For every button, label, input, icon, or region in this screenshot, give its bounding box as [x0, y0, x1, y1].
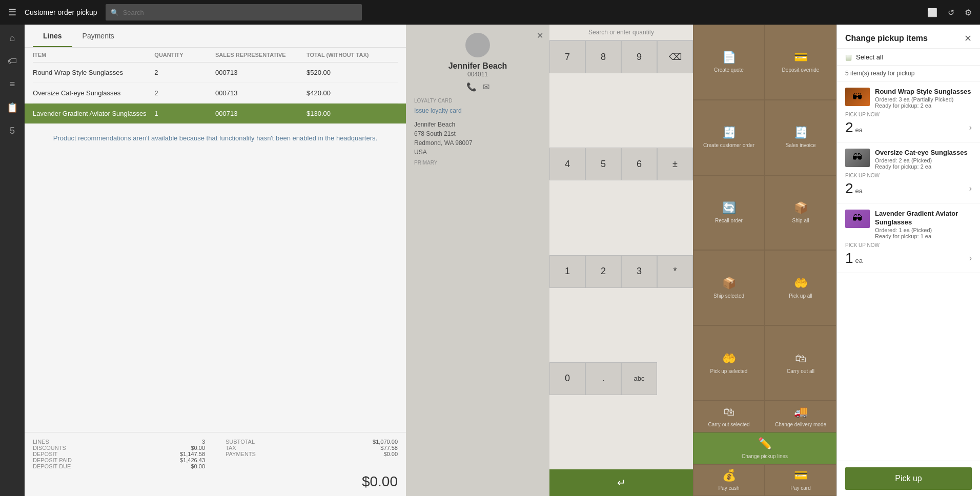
tab-lines[interactable]: Lines: [33, 25, 72, 47]
tile-sales-invoice[interactable]: 🧾 Sales invoice: [765, 100, 836, 175]
right-panel: Change pickup items ✕ ▦ Select all 5 ite…: [836, 25, 980, 496]
numpad-abc[interactable]: abc: [621, 362, 657, 395]
customer-contacts: 📞 ✉: [414, 82, 541, 92]
numpad-multiply[interactable]: *: [657, 255, 693, 288]
item-quantity: 1: [154, 110, 215, 117]
monitor-icon[interactable]: ⬜: [927, 8, 937, 17]
numpad: 7 8 9 ⌫ 4 5 6 ± 1 2 3 * 0 . abc: [549, 40, 693, 469]
numpad-5[interactable]: 5: [585, 148, 621, 180]
left-sidebar: ⌂ 🏷 ≡ 📋 5: [0, 25, 25, 496]
pickup-chevron-3[interactable]: ›: [969, 254, 972, 263]
pickup-chevron-2[interactable]: ›: [969, 184, 972, 193]
tab-payments[interactable]: Payments: [72, 25, 125, 47]
sidebar-item-count[interactable]: 5: [10, 126, 15, 136]
col-total: TOTAL (WITHOUT TAX): [307, 52, 398, 58]
numpad-enter[interactable]: ↵: [549, 469, 693, 496]
pick-up-all-icon: 🤲: [794, 277, 808, 290]
tile-label-pay-cash: Pay cash: [718, 485, 739, 491]
pickup-item[interactable]: 🕶 Lavender Gradient Aviator Sunglasses O…: [837, 203, 980, 273]
top-bar: ☰ Customer order pickup 🔍 ⬜ ↺ ⚙: [0, 0, 980, 25]
search-bar[interactable]: 🔍: [106, 4, 362, 20]
carry-out-selected-icon: 🛍: [723, 405, 734, 419]
tile-pick-up-all[interactable]: 🤲 Pick up all: [765, 250, 836, 325]
tile-change-pickup-lines[interactable]: ✏️ Change pickup lines: [693, 432, 836, 464]
customer-panel: ✕ Jennifer Beach 004011 📞 ✉ LOYALTY CARD…: [406, 25, 549, 496]
numpad-7[interactable]: 7: [549, 40, 585, 73]
sidebar-item-tag[interactable]: 🏷: [8, 56, 17, 67]
tile-ship-all[interactable]: 📦 Ship all: [765, 175, 836, 251]
sidebar-item-orders[interactable]: 📋: [7, 102, 18, 113]
panel-title: Change pickup items: [845, 34, 928, 43]
pay-card-icon: 💳: [794, 469, 808, 482]
numpad-9[interactable]: 9: [621, 40, 657, 73]
tile-carry-out-all[interactable]: 🛍 Carry out all: [765, 325, 836, 401]
pickup-qty-unit: ea: [855, 187, 863, 195]
numpad-2[interactable]: 2: [585, 255, 621, 288]
tile-deposit-override[interactable]: 💳 Deposit override: [765, 25, 836, 100]
tile-carry-out-selected[interactable]: 🛍 Carry out selected: [693, 401, 765, 432]
pick-up-selected-icon: 🤲: [722, 352, 736, 365]
pickup-item[interactable]: 🕶 Round Wrap Style Sunglasses Ordered: 3…: [837, 81, 980, 142]
change-delivery-icon: 🚚: [794, 405, 808, 419]
numpad-decimal[interactable]: .: [585, 362, 621, 395]
tile-change-delivery[interactable]: 🚚 Change delivery mode: [765, 401, 836, 432]
ship-selected-icon: 📦: [722, 277, 736, 290]
phone-icon[interactable]: 📞: [466, 82, 477, 92]
numpad-8[interactable]: 8: [585, 40, 621, 73]
search-icon: 🔍: [111, 9, 119, 16]
table-row[interactable]: Round Wrap Style Sunglasses 2 000713 $52…: [33, 63, 398, 83]
pickup-button[interactable]: Pick up: [845, 467, 972, 490]
tile-ship-selected[interactable]: 📦 Ship selected: [693, 250, 765, 325]
select-all-label[interactable]: Select all: [856, 53, 883, 61]
item-info: Lavender Gradient Aviator Sunglasses Ord…: [875, 210, 972, 239]
numpad-4[interactable]: 4: [549, 148, 585, 180]
close-customer-panel[interactable]: ✕: [537, 31, 543, 40]
tile-recall-order[interactable]: 🔄 Recall order: [693, 175, 765, 251]
item-name: Lavender Gradient Aviator Sunglasses: [33, 110, 154, 117]
customer-address-line3: Redmond, WA 98007: [414, 139, 541, 147]
numpad-3[interactable]: 3: [621, 255, 657, 288]
refresh-icon[interactable]: ↺: [948, 8, 954, 17]
sidebar-item-menu[interactable]: ≡: [10, 79, 15, 90]
item-thumbnail-2: 🕶: [845, 149, 870, 167]
deposit-override-icon: 💳: [794, 51, 808, 64]
numpad-plusminus[interactable]: ±: [657, 148, 693, 180]
customer-address-line1: Jennifer Beach: [414, 121, 541, 128]
table-row[interactable]: Oversize Cat-eye Sunglasses 2 000713 $42…: [33, 83, 398, 104]
pickup-qty-num: 2: [845, 119, 853, 136]
pickup-item[interactable]: 🕶 Oversize Cat-eye Sunglasses Ordered: 2…: [837, 142, 980, 203]
sidebar-item-home[interactable]: ⌂: [10, 33, 15, 44]
tile-label-change-pickup: Change pickup lines: [742, 453, 788, 460]
numpad-6[interactable]: 6: [621, 148, 657, 180]
table-row[interactable]: Lavender Gradient Aviator Sunglasses 1 0…: [25, 104, 406, 124]
hamburger-icon[interactable]: ☰: [8, 7, 16, 18]
create-order-icon: 🧾: [722, 126, 736, 139]
tile-pick-up-selected[interactable]: 🤲 Pick up selected: [693, 325, 765, 401]
tile-pay-card[interactable]: 💳 Pay card: [765, 464, 836, 496]
loyalty-label: LOYALTY CARD: [414, 98, 541, 104]
tile-pay-cash[interactable]: 💰 Pay cash: [693, 464, 765, 496]
panel-header: Change pickup items ✕: [837, 25, 980, 49]
search-input[interactable]: [123, 9, 357, 16]
pickup-chevron-1[interactable]: ›: [969, 123, 972, 132]
settings-icon[interactable]: ⚙: [965, 8, 972, 17]
customer-id: 004011: [414, 71, 541, 78]
tile-create-customer-order[interactable]: 🧾 Create customer order: [693, 100, 765, 175]
item-total: $420.00: [307, 89, 398, 97]
panel-close-button[interactable]: ✕: [964, 33, 972, 44]
numpad-1[interactable]: 1: [549, 255, 585, 288]
tile-create-quote[interactable]: 📄 Create quote: [693, 25, 765, 100]
page-title: Customer order pickup: [25, 8, 97, 16]
numpad-backspace[interactable]: ⌫: [657, 40, 693, 73]
tile-label-recall-order: Recall order: [715, 218, 743, 224]
item-title: Round Wrap Style Sunglasses: [875, 88, 972, 96]
panel-select-all[interactable]: ▦ Select all: [837, 49, 980, 66]
item-rep: 000713: [215, 110, 307, 117]
tile-label-ship-selected: Ship selected: [713, 293, 744, 299]
main-content: ⌂ 🏷 ≡ 📋 5 Lines Payments ITEM QUANTITY S…: [0, 25, 980, 496]
tabs: Lines Payments: [25, 25, 406, 48]
pickup-qty: 1 ea: [845, 250, 863, 266]
numpad-0[interactable]: 0: [549, 362, 585, 395]
email-icon[interactable]: ✉: [483, 82, 489, 92]
issue-loyalty-card-link[interactable]: Issue loyalty card: [414, 107, 462, 114]
